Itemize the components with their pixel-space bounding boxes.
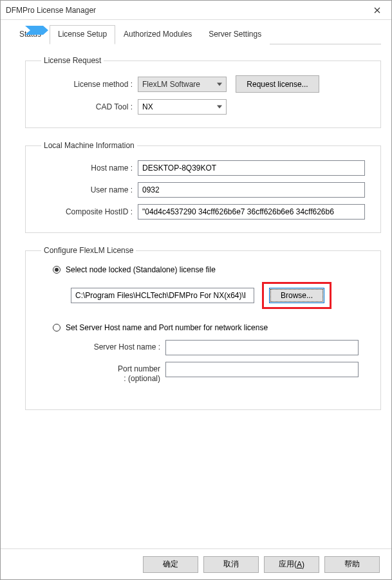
- input-server-host[interactable]: [165, 340, 359, 355]
- radio-row-network[interactable]: Set Server Host name and Port number for…: [41, 323, 365, 332]
- legend-flexlm: Configure FlexLM License: [41, 246, 136, 255]
- radio-standalone[interactable]: [53, 266, 61, 274]
- label-composite-hostid: Composite HostID :: [41, 207, 138, 216]
- legend-local-machine: Local Machine Information: [41, 141, 137, 150]
- group-local-machine: Local Machine Information Host name : DE…: [25, 141, 381, 233]
- input-user-name[interactable]: 0932: [138, 182, 365, 198]
- input-host-name[interactable]: DESKTOP-8Q39KOT: [138, 160, 365, 176]
- tab-license-setup[interactable]: License Setup: [50, 25, 115, 44]
- window-frame: DFMPro License Manager Status License Se…: [0, 0, 392, 580]
- combo-license-method: FlexLM Software: [138, 77, 227, 92]
- radio-standalone-label: Select node locked (Standalone) license …: [66, 265, 216, 274]
- titlebar: DFMPro License Manager: [1, 1, 391, 20]
- combo-license-method-value: FlexLM Software: [142, 80, 200, 89]
- tabbar: Status License Setup Authorized Modules …: [11, 25, 381, 44]
- input-port-number[interactable]: [165, 362, 359, 377]
- tab-panel: License Request License method : FlexLM …: [11, 56, 381, 543]
- combo-cad-tool-value: NX: [142, 102, 153, 111]
- help-button[interactable]: 帮助: [324, 556, 380, 573]
- chevron-down-icon: [217, 106, 222, 109]
- highlight-box: Browse...: [262, 282, 331, 309]
- radio-row-standalone[interactable]: Select node locked (Standalone) license …: [41, 265, 365, 274]
- content-area: Status License Setup Authorized Modules …: [1, 20, 391, 548]
- chevron-down-icon: [217, 82, 222, 86]
- legend-license-request: License Request: [41, 56, 104, 65]
- tab-authorized-modules[interactable]: Authorized Modules: [115, 25, 200, 44]
- label-host-name: Host name :: [41, 164, 138, 173]
- group-license-request: License Request License method : FlexLM …: [25, 56, 381, 128]
- window-title: DFMPro License Manager: [6, 6, 362, 15]
- group-flexlm: Configure FlexLM License Select node loc…: [25, 246, 381, 410]
- radio-network-label: Set Server Host name and Port number for…: [66, 323, 268, 332]
- tab-status[interactable]: Status: [11, 25, 50, 44]
- close-button[interactable]: [362, 1, 391, 20]
- input-composite-hostid[interactable]: "04d4c4537290 34cff626b6e7 36cff626b6e6 …: [138, 204, 365, 220]
- apply-button[interactable]: 应用(A): [264, 556, 319, 573]
- footer-buttons: 确定 取消 应用(A) 帮助: [1, 548, 391, 579]
- close-icon: [374, 7, 380, 14]
- label-server-host: Server Host name :: [53, 340, 165, 352]
- request-license-button[interactable]: Request license...: [236, 75, 319, 93]
- tab-server-settings[interactable]: Server Settings: [200, 25, 270, 44]
- radio-network[interactable]: [53, 324, 61, 332]
- browse-button[interactable]: Browse...: [269, 288, 324, 303]
- input-license-path[interactable]: C:\Program Files\HCLTech\DFMPro For NX(x…: [71, 288, 254, 303]
- label-port-number: Port number: (optional): [53, 362, 165, 384]
- combo-cad-tool[interactable]: NX: [138, 99, 227, 115]
- ok-button[interactable]: 确定: [143, 556, 198, 573]
- cancel-button[interactable]: 取消: [203, 556, 259, 573]
- label-license-method: License method :: [41, 80, 138, 89]
- label-cad-tool: CAD Tool :: [41, 102, 138, 111]
- label-user-name: User name :: [41, 185, 138, 194]
